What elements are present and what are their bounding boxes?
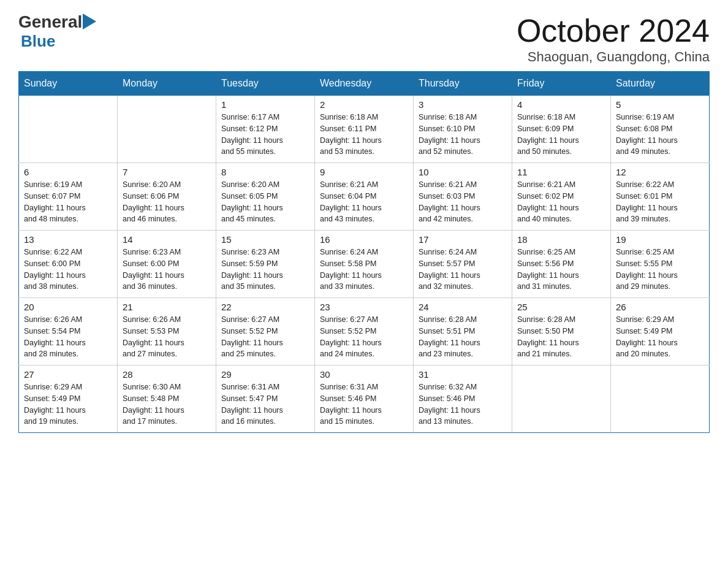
day-number: 29 xyxy=(221,369,309,380)
day-number: 7 xyxy=(123,167,211,177)
day-info: Sunrise: 6:27 AM Sunset: 5:52 PM Dayligh… xyxy=(221,314,309,360)
calendar-header-thursday: Thursday xyxy=(414,72,512,96)
calendar-cell: 21Sunrise: 6:26 AM Sunset: 5:53 PM Dayli… xyxy=(118,298,216,366)
day-info: Sunrise: 6:20 AM Sunset: 6:06 PM Dayligh… xyxy=(123,179,211,225)
day-info: Sunrise: 6:31 AM Sunset: 5:46 PM Dayligh… xyxy=(320,381,408,427)
day-info: Sunrise: 6:32 AM Sunset: 5:46 PM Dayligh… xyxy=(419,381,507,427)
day-info: Sunrise: 6:18 AM Sunset: 6:10 PM Dayligh… xyxy=(419,112,507,158)
calendar-header-sunday: Sunday xyxy=(19,72,118,96)
svg-marker-0 xyxy=(83,13,96,29)
day-info: Sunrise: 6:22 AM Sunset: 6:01 PM Dayligh… xyxy=(616,179,704,225)
day-info: Sunrise: 6:19 AM Sunset: 6:07 PM Dayligh… xyxy=(24,179,112,225)
day-number: 25 xyxy=(517,302,605,312)
day-info: Sunrise: 6:19 AM Sunset: 6:08 PM Dayligh… xyxy=(616,112,704,158)
day-number: 10 xyxy=(419,167,507,177)
day-number: 28 xyxy=(123,369,211,380)
day-number: 23 xyxy=(320,302,408,312)
calendar-cell: 17Sunrise: 6:24 AM Sunset: 5:57 PM Dayli… xyxy=(414,231,512,298)
logo-general-text: General xyxy=(18,12,82,32)
day-number: 16 xyxy=(320,234,408,245)
day-info: Sunrise: 6:18 AM Sunset: 6:11 PM Dayligh… xyxy=(320,112,408,158)
calendar-week-row: 13Sunrise: 6:22 AM Sunset: 6:00 PM Dayli… xyxy=(19,231,710,298)
calendar-week-row: 27Sunrise: 6:29 AM Sunset: 5:49 PM Dayli… xyxy=(19,366,710,433)
day-number: 19 xyxy=(616,234,704,245)
calendar-week-row: 1Sunrise: 6:17 AM Sunset: 6:12 PM Daylig… xyxy=(19,96,710,163)
day-number: 27 xyxy=(24,369,112,380)
day-info: Sunrise: 6:29 AM Sunset: 5:49 PM Dayligh… xyxy=(616,314,704,360)
day-info: Sunrise: 6:21 AM Sunset: 6:03 PM Dayligh… xyxy=(419,179,507,225)
logo: General Blue xyxy=(18,12,97,51)
logo-arrow-icon xyxy=(83,13,96,31)
calendar-header-wednesday: Wednesday xyxy=(315,72,414,96)
day-info: Sunrise: 6:24 AM Sunset: 5:58 PM Dayligh… xyxy=(320,247,408,293)
day-number: 22 xyxy=(221,302,309,312)
calendar-cell: 29Sunrise: 6:31 AM Sunset: 5:47 PM Dayli… xyxy=(216,366,315,433)
calendar-cell: 11Sunrise: 6:21 AM Sunset: 6:02 PM Dayli… xyxy=(512,163,611,231)
day-info: Sunrise: 6:25 AM Sunset: 5:55 PM Dayligh… xyxy=(616,247,704,293)
day-number: 14 xyxy=(123,234,211,245)
day-number: 13 xyxy=(24,234,112,245)
day-info: Sunrise: 6:28 AM Sunset: 5:51 PM Dayligh… xyxy=(419,314,507,360)
calendar-cell: 16Sunrise: 6:24 AM Sunset: 5:58 PM Dayli… xyxy=(315,231,414,298)
calendar-cell: 15Sunrise: 6:23 AM Sunset: 5:59 PM Dayli… xyxy=(216,231,315,298)
day-number: 15 xyxy=(221,234,309,245)
day-info: Sunrise: 6:27 AM Sunset: 5:52 PM Dayligh… xyxy=(320,314,408,360)
day-number: 8 xyxy=(221,167,309,177)
day-info: Sunrise: 6:18 AM Sunset: 6:09 PM Dayligh… xyxy=(517,112,605,158)
day-number: 9 xyxy=(320,167,408,177)
calendar-cell: 30Sunrise: 6:31 AM Sunset: 5:46 PM Dayli… xyxy=(315,366,414,433)
page-header: General Blue October 2024 Shaoguan, Guan… xyxy=(18,12,710,65)
calendar-cell: 22Sunrise: 6:27 AM Sunset: 5:52 PM Dayli… xyxy=(216,298,315,366)
day-number: 21 xyxy=(123,302,211,312)
calendar-cell: 19Sunrise: 6:25 AM Sunset: 5:55 PM Dayli… xyxy=(611,231,710,298)
calendar-cell xyxy=(118,96,216,163)
day-number: 30 xyxy=(320,369,408,380)
calendar-cell: 3Sunrise: 6:18 AM Sunset: 6:10 PM Daylig… xyxy=(414,96,512,163)
day-number: 6 xyxy=(24,167,112,177)
calendar-cell: 6Sunrise: 6:19 AM Sunset: 6:07 PM Daylig… xyxy=(19,163,118,231)
day-number: 17 xyxy=(419,234,507,245)
calendar-cell: 20Sunrise: 6:26 AM Sunset: 5:54 PM Dayli… xyxy=(19,298,118,366)
calendar-cell: 23Sunrise: 6:27 AM Sunset: 5:52 PM Dayli… xyxy=(315,298,414,366)
calendar-cell xyxy=(512,366,611,433)
day-number: 18 xyxy=(517,234,605,245)
day-info: Sunrise: 6:30 AM Sunset: 5:48 PM Dayligh… xyxy=(123,381,211,427)
calendar-cell: 26Sunrise: 6:29 AM Sunset: 5:49 PM Dayli… xyxy=(611,298,710,366)
day-number: 20 xyxy=(24,302,112,312)
calendar-cell: 8Sunrise: 6:20 AM Sunset: 6:05 PM Daylig… xyxy=(216,163,315,231)
calendar-week-row: 6Sunrise: 6:19 AM Sunset: 6:07 PM Daylig… xyxy=(19,163,710,231)
day-info: Sunrise: 6:20 AM Sunset: 6:05 PM Dayligh… xyxy=(221,179,309,225)
calendar-cell: 25Sunrise: 6:28 AM Sunset: 5:50 PM Dayli… xyxy=(512,298,611,366)
day-info: Sunrise: 6:31 AM Sunset: 5:47 PM Dayligh… xyxy=(221,381,309,427)
calendar-cell xyxy=(19,96,118,163)
calendar-cell: 24Sunrise: 6:28 AM Sunset: 5:51 PM Dayli… xyxy=(414,298,512,366)
calendar-cell: 4Sunrise: 6:18 AM Sunset: 6:09 PM Daylig… xyxy=(512,96,611,163)
calendar-cell: 18Sunrise: 6:25 AM Sunset: 5:56 PM Dayli… xyxy=(512,231,611,298)
calendar-cell: 14Sunrise: 6:23 AM Sunset: 6:00 PM Dayli… xyxy=(118,231,216,298)
day-info: Sunrise: 6:25 AM Sunset: 5:56 PM Dayligh… xyxy=(517,247,605,293)
day-number: 1 xyxy=(221,99,309,110)
calendar-cell: 10Sunrise: 6:21 AM Sunset: 6:03 PM Dayli… xyxy=(414,163,512,231)
day-info: Sunrise: 6:21 AM Sunset: 6:02 PM Dayligh… xyxy=(517,179,605,225)
title-area: October 2024 Shaoguan, Guangdong, China xyxy=(517,12,710,65)
location-text: Shaoguan, Guangdong, China xyxy=(517,49,710,65)
day-info: Sunrise: 6:28 AM Sunset: 5:50 PM Dayligh… xyxy=(517,314,605,360)
day-number: 26 xyxy=(616,302,704,312)
calendar-header-saturday: Saturday xyxy=(611,72,710,96)
day-number: 31 xyxy=(419,369,507,380)
calendar-cell: 12Sunrise: 6:22 AM Sunset: 6:01 PM Dayli… xyxy=(611,163,710,231)
day-number: 4 xyxy=(517,99,605,110)
day-info: Sunrise: 6:23 AM Sunset: 6:00 PM Dayligh… xyxy=(123,247,211,293)
calendar-cell: 31Sunrise: 6:32 AM Sunset: 5:46 PM Dayli… xyxy=(414,366,512,433)
calendar-header-friday: Friday xyxy=(512,72,611,96)
calendar-week-row: 20Sunrise: 6:26 AM Sunset: 5:54 PM Dayli… xyxy=(19,298,710,366)
day-info: Sunrise: 6:26 AM Sunset: 5:53 PM Dayligh… xyxy=(123,314,211,360)
calendar-cell: 5Sunrise: 6:19 AM Sunset: 6:08 PM Daylig… xyxy=(611,96,710,163)
day-number: 11 xyxy=(517,167,605,177)
calendar-cell: 9Sunrise: 6:21 AM Sunset: 6:04 PM Daylig… xyxy=(315,163,414,231)
calendar-header-row: SundayMondayTuesdayWednesdayThursdayFrid… xyxy=(19,72,710,96)
month-title: October 2024 xyxy=(517,12,710,49)
calendar-cell: 13Sunrise: 6:22 AM Sunset: 6:00 PM Dayli… xyxy=(19,231,118,298)
logo-blue-text: Blue xyxy=(21,32,55,50)
day-info: Sunrise: 6:17 AM Sunset: 6:12 PM Dayligh… xyxy=(221,112,309,158)
